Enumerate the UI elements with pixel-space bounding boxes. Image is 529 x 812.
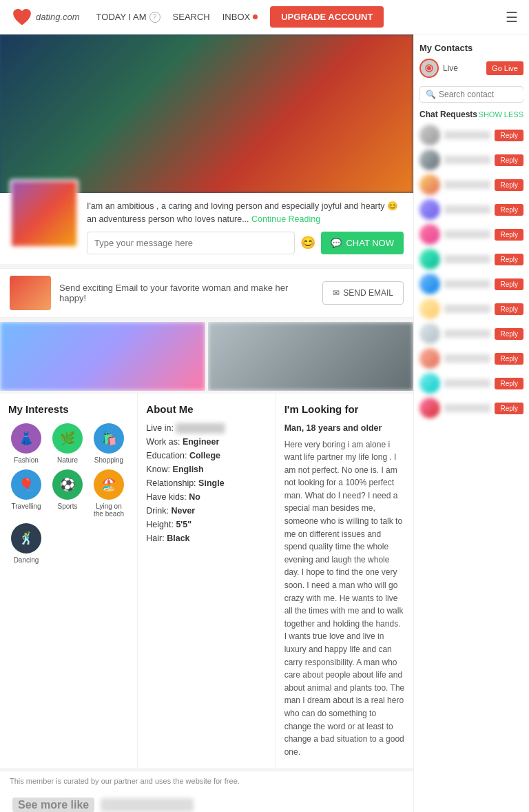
chat-name-10: ████████ xyxy=(444,354,490,363)
reply-button-4[interactable]: Reply xyxy=(495,204,523,216)
chat-avatar-2 xyxy=(419,150,440,170)
chat-avatar-8 xyxy=(419,298,440,319)
chat-request-item-6: ████████ Reply xyxy=(419,249,523,270)
send-email-banner: Send exciting Email to your favorite wom… xyxy=(0,268,413,318)
send-email-button[interactable]: ✉ SEND EMAIL xyxy=(322,281,404,305)
about-live-in: Live in: ████████ xyxy=(146,423,267,433)
search-icon: 🔍 xyxy=(426,90,436,99)
photo-strip xyxy=(0,322,413,391)
message-input[interactable] xyxy=(87,232,295,254)
svg-point-0 xyxy=(427,66,431,70)
interest-sports: ⚽ Sports xyxy=(50,469,85,518)
reply-button-3[interactable]: Reply xyxy=(495,179,523,191)
about-drink: Drink: Never xyxy=(146,506,267,516)
chat-avatar-10 xyxy=(419,348,440,369)
header: dating.com TODAY I AM ? SEARCH INBOX UPG… xyxy=(0,0,529,34)
interest-nature: 🌿 Nature xyxy=(50,423,85,464)
sidebar: My Contacts Live Go Live 🔍 🎤 Chat Reques… xyxy=(413,34,529,812)
shopping-icon: 🛍️ xyxy=(94,423,124,454)
chat-avatar-9 xyxy=(419,323,440,344)
photo-strip-item-1[interactable] xyxy=(0,322,205,391)
continue-reading-link[interactable]: Continue Reading xyxy=(251,214,320,224)
profile-text: I'am an ambitious , a caring and loving … xyxy=(87,200,404,254)
curated-note: This member is curated by our partner an… xyxy=(0,771,413,791)
interests-grid: 👗 Fashion 🌿 Nature 🛍️ Shopping 🎈 Travell… xyxy=(8,423,129,564)
reply-button-1[interactable]: Reply xyxy=(495,130,523,141)
beach-icon: 🏖️ xyxy=(94,469,124,500)
chat-avatar-3 xyxy=(419,174,440,195)
profile-sections: My Interests 👗 Fashion 🌿 Nature 🛍️ Shopp… xyxy=(0,394,413,769)
interests-title: My Interests xyxy=(8,403,129,415)
chat-request-item-1: ████████ Reply xyxy=(419,125,523,145)
nav-search[interactable]: SEARCH xyxy=(173,12,210,22)
interest-dancing: 🕺 Dancing xyxy=(8,523,44,564)
show-less-link[interactable]: SHOW LESS xyxy=(479,110,523,119)
message-row: 😊 💬 CHAT NOW xyxy=(87,232,404,254)
interests-section: My Interests 👗 Fashion 🌿 Nature 🛍️ Shopp… xyxy=(0,394,138,769)
reply-button-9[interactable]: Reply xyxy=(495,328,523,340)
photo-strip-item-2[interactable] xyxy=(208,322,413,391)
chat-avatar-6 xyxy=(419,249,440,270)
main-content: I'am an ambitious , a caring and loving … xyxy=(0,34,413,812)
chat-request-item-5: ████████ Reply xyxy=(419,224,523,245)
banner-image xyxy=(0,34,413,193)
chat-request-item-11: ████████ Reply xyxy=(419,373,523,394)
chat-name-12: ████████ xyxy=(444,404,490,412)
live-text: Live xyxy=(443,63,482,73)
my-contacts-title: My Contacts xyxy=(419,43,523,53)
reply-button-11[interactable]: Reply xyxy=(495,378,523,389)
logo-text: dating.com xyxy=(36,12,80,22)
live-indicator xyxy=(419,59,439,78)
about-hair: Hair: Black xyxy=(146,534,267,543)
search-contact-row: 🔍 🎤 xyxy=(419,86,523,103)
logo: dating.com xyxy=(11,6,80,28)
travelling-icon: 🎈 xyxy=(11,469,41,500)
chat-avatar-12 xyxy=(419,398,440,418)
email-banner-image xyxy=(10,276,51,310)
chat-avatar-11 xyxy=(419,373,440,394)
chat-name-1: ████████ xyxy=(444,131,490,139)
reply-button-8[interactable]: Reply xyxy=(495,303,523,315)
chat-requests-header: Chat Requests SHOW LESS xyxy=(419,110,523,119)
looking-for-subtitle: Man, 18 years and older xyxy=(284,423,405,433)
chat-name-3: ████████ xyxy=(444,181,490,189)
search-contact-input[interactable] xyxy=(439,90,529,99)
radio-icon xyxy=(424,63,434,73)
emoji-icon[interactable]: 😊 xyxy=(300,235,315,250)
reply-button-12[interactable]: Reply xyxy=(495,403,523,414)
chat-requests-title: Chat Requests xyxy=(419,110,477,119)
hamburger-menu-icon[interactable]: ☰ xyxy=(506,9,518,26)
chat-request-item-10: ████████ Reply xyxy=(419,348,523,369)
reply-button-5[interactable]: Reply xyxy=(495,229,523,241)
chat-request-item-2: ████████ Reply xyxy=(419,150,523,170)
reply-button-2[interactable]: Reply xyxy=(495,154,523,166)
reply-button-6[interactable]: Reply xyxy=(495,254,523,265)
see-more-title: See more like ████████████ xyxy=(10,799,404,811)
chat-now-button[interactable]: 💬 CHAT NOW xyxy=(321,232,404,254)
profile-info-row: I'am an ambitious , a caring and loving … xyxy=(0,193,413,264)
nav-today-i-am[interactable]: TODAY I AM ? xyxy=(96,12,160,23)
interest-fashion: 👗 Fashion xyxy=(8,423,44,464)
chat-request-item-3: ████████ Reply xyxy=(419,174,523,195)
reply-button-7[interactable]: Reply xyxy=(495,278,523,290)
photo-strip-image-1 xyxy=(0,322,205,391)
nature-icon: 🌿 xyxy=(52,423,83,454)
profile-thumbnail-image xyxy=(12,181,76,246)
envelope-icon: ✉ xyxy=(333,288,340,298)
reply-button-10[interactable]: Reply xyxy=(495,353,523,365)
chat-request-item-9: ████████ Reply xyxy=(419,323,523,344)
chat-request-item-8: ████████ Reply xyxy=(419,298,523,319)
looking-for-title: I'm Looking for xyxy=(284,403,405,415)
interest-beach: 🏖️ Lying on the beach xyxy=(91,469,127,518)
nav-inbox[interactable]: INBOX xyxy=(222,12,258,22)
dancing-icon: 🕺 xyxy=(11,523,41,554)
chat-request-item-7: ████████ Reply xyxy=(419,274,523,294)
about-education: Education: College xyxy=(146,451,267,460)
about-title: About Me xyxy=(146,403,267,415)
about-know: Know: English xyxy=(146,465,267,474)
go-live-button[interactable]: Go Live xyxy=(486,61,523,75)
chat-request-item-12: ████████ Reply xyxy=(419,398,523,418)
about-relationship: Relationship: Single xyxy=(146,478,267,488)
page-body: I'am an ambitious , a caring and loving … xyxy=(0,34,529,812)
upgrade-account-button[interactable]: UPGRADE ACCOUNT xyxy=(270,6,384,28)
